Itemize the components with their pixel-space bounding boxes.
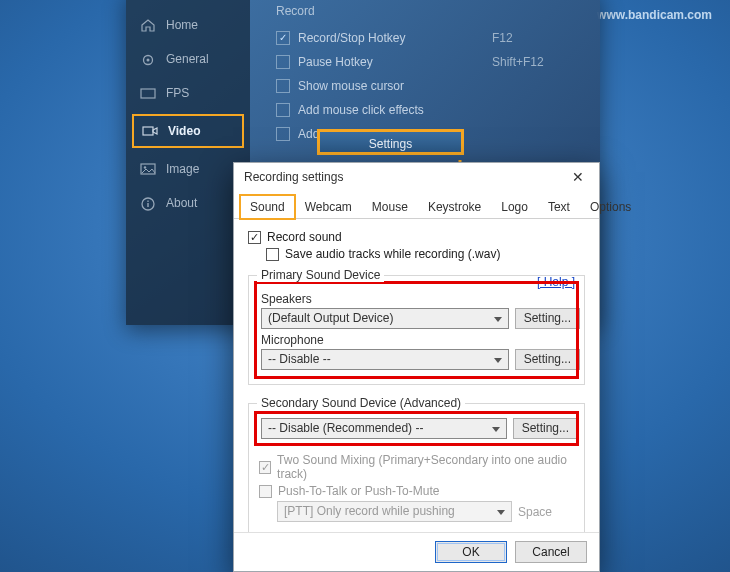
checkbox[interactable] [276,79,290,93]
sidebar-item-image[interactable]: Image [126,152,250,186]
tab-mouse[interactable]: Mouse [362,195,418,219]
sidebar-item-label: General [166,52,209,66]
push-to-talk-checkbox: Push-To-Talk or Push-To-Mute [259,484,574,498]
sidebar-item-label: FPS [166,86,189,100]
row-label: Pause Hotkey [298,55,484,69]
microphone-label: Microphone [261,333,572,347]
checkbox-icon [259,461,271,474]
section-title: Record [276,4,582,18]
cancel-button[interactable]: Cancel [515,541,587,563]
tab-logo[interactable]: Logo [491,195,538,219]
home-icon [140,18,156,32]
speakers-label: Speakers [261,292,572,306]
group-title: Primary Sound Device [257,268,384,282]
tab-options[interactable]: Options [580,195,641,219]
dialog-titlebar: Recording settings ✕ [234,163,599,191]
image-icon [140,162,156,176]
checkbox-label: Two Sound Mixing (Primary+Secondary into… [277,453,574,481]
checkbox-icon [259,485,272,498]
checkbox-label: Save audio tracks while recording (.wav) [285,247,500,261]
svg-rect-8 [147,201,148,202]
annotation-highlight-secondary: -- Disable (Recommended) -- Setting... [259,416,574,441]
sidebar: Home General FPS Video Image About [126,0,250,325]
svg-rect-2 [141,89,155,98]
checkbox[interactable] [276,127,290,141]
sidebar-item-label: About [166,196,197,210]
tab-keystroke[interactable]: Keystroke [418,195,491,219]
row-show-cursor: Show mouse cursor [276,74,582,98]
gear-icon [140,52,156,66]
two-sound-mixing-checkbox: Two Sound Mixing (Primary+Secondary into… [259,453,574,481]
watermark-text: www.bandicam.com [597,8,712,22]
checkbox[interactable] [276,103,290,117]
annotation-highlight-primary: Speakers (Default Output Device) Setting… [259,286,574,374]
svg-rect-3 [143,127,153,135]
ok-button[interactable]: OK [435,541,507,563]
recording-settings-dialog: Recording settings ✕ Sound Webcam Mouse … [233,162,600,572]
sidebar-item-video[interactable]: Video [132,114,244,148]
checkbox-label: Push-To-Talk or Push-To-Mute [278,484,439,498]
svg-point-5 [144,166,146,168]
settings-button[interactable]: Settings [317,129,464,155]
speakers-setting-button[interactable]: Setting... [515,308,580,329]
tab-sound[interactable]: Sound [240,195,295,219]
dialog-footer: OK Cancel [234,532,599,571]
row-click-effects: Add mouse click effects [276,98,582,122]
secondary-setting-button[interactable]: Setting... [513,418,578,439]
sidebar-item-general[interactable]: General [126,42,250,76]
row-label: Show mouse cursor [298,79,582,93]
row-value[interactable]: Shift+F12 [492,55,582,69]
dialog-title: Recording settings [244,170,343,184]
dialog-body: [ Help ] Record sound Save audio tracks … [234,219,599,532]
row-label: Record/Stop Hotkey [298,31,484,45]
tab-text[interactable]: Text [538,195,580,219]
secondary-combo[interactable]: -- Disable (Recommended) -- [261,418,507,439]
tab-bar: Sound Webcam Mouse Keystroke Logo Text O… [234,191,599,219]
sidebar-item-about[interactable]: About [126,186,250,220]
row-label: Add mouse click effects [298,103,582,117]
close-button[interactable]: ✕ [565,166,591,188]
video-icon [142,124,158,138]
secondary-sound-group: Secondary Sound Device (Advanced) -- Dis… [248,403,585,532]
sidebar-item-fps[interactable]: FPS [126,76,250,110]
microphone-setting-button[interactable]: Setting... [515,349,580,370]
info-icon [140,196,156,210]
speakers-combo[interactable]: (Default Output Device) [261,308,509,329]
tab-webcam[interactable]: Webcam [295,195,362,219]
row-value[interactable]: F12 [492,31,582,45]
svg-rect-7 [147,203,148,207]
svg-point-1 [147,59,150,62]
sidebar-item-label: Image [166,162,199,176]
save-wav-checkbox[interactable]: Save audio tracks while recording (.wav) [266,247,585,261]
row-record-hotkey: Record/Stop Hotkey F12 [276,26,582,50]
microphone-combo[interactable]: -- Disable -- [261,349,509,370]
checkbox-icon [248,231,261,244]
primary-sound-group: Primary Sound Device Speakers (Default O… [248,275,585,385]
sidebar-item-home[interactable]: Home [126,8,250,42]
checkbox[interactable] [276,31,290,45]
fps-icon [140,86,156,100]
sidebar-item-label: Video [168,124,200,138]
sidebar-item-label: Home [166,18,198,32]
ptt-mode-combo: [PTT] Only record while pushing [277,501,512,522]
checkbox[interactable] [276,55,290,69]
group-title: Secondary Sound Device (Advanced) [257,396,465,410]
row-pause-hotkey: Pause Hotkey Shift+F12 [276,50,582,74]
ptt-hotkey-value: Space [518,505,574,519]
checkbox-label: Record sound [267,230,342,244]
record-sound-checkbox[interactable]: Record sound [248,230,585,244]
checkbox-icon [266,248,279,261]
